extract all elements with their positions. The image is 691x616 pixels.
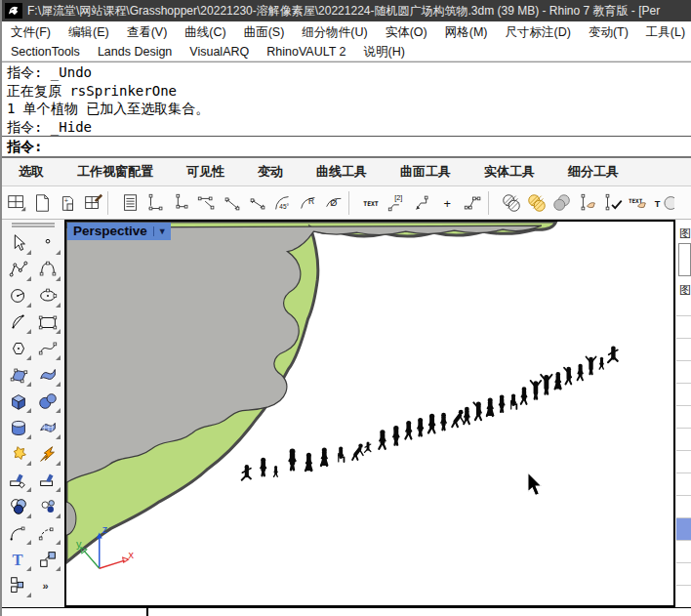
add-plus-icon[interactable]: + — [435, 189, 461, 217]
layer-row[interactable] — [676, 495, 691, 517]
plugin-menu-item-1[interactable]: Lands Design — [89, 45, 181, 59]
layer-row[interactable] — [676, 450, 691, 472]
curve-interpolate-icon[interactable] — [34, 257, 61, 282]
dim-ordinate-icon[interactable] — [461, 189, 486, 217]
dim-radius-icon[interactable]: R — [296, 189, 321, 217]
hatch-lines-icon[interactable] — [499, 189, 524, 217]
dim-check-icon[interactable] — [600, 189, 626, 217]
menu-item-6[interactable]: 实体(O) — [377, 24, 436, 41]
menu-item-0[interactable]: 文件(F) — [2, 24, 60, 41]
circle-icon[interactable] — [5, 283, 32, 308]
person-sit[interactable] — [511, 393, 517, 408]
sphere-icon[interactable] — [34, 389, 61, 414]
control-point-curve-icon[interactable] — [5, 257, 32, 282]
menu-item-9[interactable]: 变动(T) — [580, 24, 637, 41]
person-walk[interactable] — [578, 364, 583, 380]
menu-item-7[interactable]: 网格(M) — [436, 24, 497, 41]
person-run[interactable] — [242, 465, 251, 480]
boolean-difference-icon[interactable] — [34, 494, 61, 519]
person-arms-up[interactable] — [586, 356, 595, 374]
plugin-menu-item-3[interactable]: RhinoVAULT 2 — [258, 45, 354, 59]
dim-hand-icon[interactable] — [575, 189, 600, 217]
leader-bracket-icon[interactable]: [2] — [385, 189, 410, 217]
layer-row[interactable] — [676, 428, 691, 450]
people-silhouettes[interactable] — [242, 346, 618, 479]
person-bend[interactable] — [352, 443, 363, 459]
hatch-yellow-icon[interactable] — [524, 189, 549, 217]
person-stand[interactable] — [418, 418, 423, 436]
toolbar-grip[interactable] — [12, 223, 55, 227]
menu-item-4[interactable]: 曲面(S) — [235, 24, 294, 41]
new-file-icon[interactable] — [29, 189, 55, 217]
menu-item-5[interactable]: 细分物件(U) — [293, 24, 376, 41]
person-walk[interactable] — [379, 430, 385, 449]
person-child[interactable] — [599, 357, 603, 369]
toolbar-tab-0[interactable]: 选取 — [2, 163, 61, 181]
viewport-title[interactable]: Perspective ▼ — [67, 223, 171, 240]
layer-row[interactable] — [676, 562, 691, 585]
command-prompt[interactable]: 指令: — [2, 136, 691, 158]
split-icon[interactable] — [34, 468, 61, 493]
mesh-surface-icon[interactable] — [34, 415, 61, 440]
ellipse-icon[interactable] — [34, 283, 61, 308]
person-wave[interactable] — [473, 402, 481, 421]
boolean-union-icon[interactable] — [5, 494, 32, 519]
layer-row[interactable] — [676, 315, 691, 338]
toolbar-tab-6[interactable]: 实体工具 — [467, 163, 551, 181]
layer-row[interactable] — [676, 338, 691, 360]
person-stand[interactable] — [261, 458, 265, 476]
person-walk[interactable] — [464, 407, 469, 425]
dim-vertical-icon[interactable] — [169, 189, 194, 217]
import-file-icon[interactable]: + — [55, 189, 80, 217]
single-point-icon[interactable] — [34, 230, 61, 256]
toolbar-tab-4[interactable]: 曲线工具 — [300, 163, 384, 181]
person-stand[interactable] — [500, 394, 505, 412]
person-walk[interactable] — [428, 414, 434, 433]
person-wave[interactable] — [564, 367, 571, 385]
plugin-menu-item-4[interactable]: 说明(H) — [355, 44, 414, 61]
text-hand-icon[interactable]: TEXT — [626, 189, 651, 217]
person-dress[interactable] — [486, 397, 495, 416]
explosion-flash-icon[interactable] — [34, 441, 61, 467]
group-objects-icon[interactable] — [5, 573, 32, 598]
plugin-menu-item-0[interactable]: SectionTools — [2, 45, 89, 59]
command-history[interactable]: 指令: _Undo正在复原 rsSprinkerOne1 单个植物 已加入至选取… — [2, 62, 691, 136]
dim-angle-icon[interactable]: 45° — [270, 189, 296, 217]
hatch-solid-icon[interactable] — [549, 189, 575, 217]
person-stand[interactable] — [393, 426, 399, 445]
perspective-viewport[interactable]: zyx Perspective ▼ — [64, 220, 675, 607]
arc-icon[interactable] — [5, 309, 32, 335]
layers-panel-partial[interactable]: 图图 — [675, 220, 691, 607]
cylinder-icon[interactable] — [5, 415, 32, 440]
menu-item-8[interactable]: 尺寸标注(D) — [497, 24, 580, 41]
plugin-menu-item-2[interactable]: VisualARQ — [181, 45, 258, 59]
layout-edit-icon[interactable] — [80, 189, 105, 217]
person-arms-up[interactable] — [541, 375, 551, 394]
leader-arrow-icon[interactable] — [410, 189, 435, 217]
dim-horizontal-icon[interactable] — [194, 189, 220, 217]
person-walk[interactable] — [521, 387, 527, 404]
menu-item-2[interactable]: 查看(V) — [118, 24, 177, 41]
dim-diagonal-icon[interactable] — [220, 189, 245, 217]
trim-icon[interactable] — [5, 468, 32, 493]
layer-row[interactable] — [676, 472, 691, 495]
viewport-layout-icon[interactable] — [4, 189, 29, 217]
blend-curve-icon[interactable] — [34, 520, 61, 546]
toolbar-tab-5[interactable]: 曲面工具 — [384, 163, 467, 181]
panel-tab-label[interactable]: 图 — [679, 226, 691, 242]
more-tools-icon[interactable]: » — [34, 573, 61, 598]
person-sit[interactable] — [339, 447, 345, 462]
person-arms-up[interactable] — [531, 381, 542, 399]
dim-two-axis-icon[interactable] — [143, 189, 169, 217]
person-bend[interactable] — [452, 410, 464, 428]
menu-item-3[interactable]: 曲线(C) — [176, 24, 234, 41]
notes-icon[interactable] — [118, 189, 143, 217]
layer-row[interactable] — [676, 383, 691, 405]
toolbar-tab-7[interactable]: 细分工具 — [551, 163, 635, 181]
menu-item-1[interactable]: 编辑(E) — [60, 24, 118, 41]
box-icon[interactable] — [5, 389, 32, 414]
person-run[interactable] — [365, 441, 371, 452]
explode-star-icon[interactable] — [5, 441, 32, 467]
person-dress[interactable] — [320, 448, 329, 467]
text-icon[interactable]: TEXT — [359, 189, 385, 217]
